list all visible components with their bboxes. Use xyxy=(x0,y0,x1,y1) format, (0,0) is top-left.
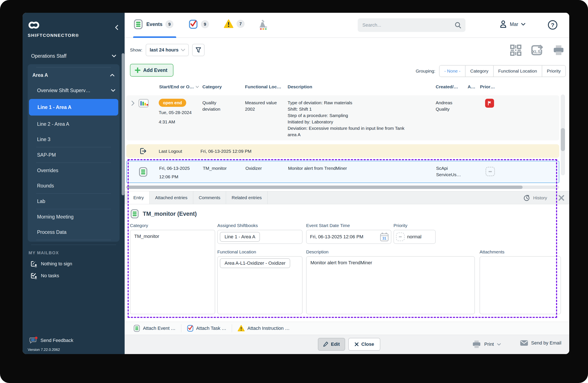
event-row-quality-deviation[interactable]: open end Tue, 05-28-2024 4:31 AM Quality… xyxy=(126,95,559,140)
chevron-down-icon xyxy=(111,54,117,58)
description-field[interactable]: Monitor alert from TrendMiner xyxy=(306,256,475,314)
tab-entry[interactable]: Entry xyxy=(128,191,149,204)
attachments-field[interactable] xyxy=(480,256,561,314)
edit-button[interactable]: Edit xyxy=(318,338,345,351)
row-category: Quality deviation xyxy=(202,100,230,112)
filter-button[interactable] xyxy=(192,44,205,56)
grouping-option-category[interactable]: Category xyxy=(465,66,493,77)
history-button[interactable]: History xyxy=(523,191,547,205)
column-header-start-end[interactable]: Start/End or O… xyxy=(159,84,199,89)
column-header-functional-location[interactable]: Functional Loc… xyxy=(245,84,281,89)
user-menu[interactable]: Mar xyxy=(499,20,525,29)
sidebar-item-line3[interactable]: Line 3 xyxy=(28,132,120,147)
show-range-dropdown[interactable]: last 24 hours xyxy=(146,44,189,56)
calendar-icon[interactable]: 31 xyxy=(380,232,389,242)
search-icon[interactable] xyxy=(454,21,462,29)
main-content: Events 9 9 7 xyxy=(125,13,569,354)
attach-task-button[interactable]: Attach Task … xyxy=(187,325,226,332)
divider xyxy=(36,147,111,147)
divider xyxy=(181,324,181,332)
feedback-bubble-icon xyxy=(29,337,38,344)
row-time: 12:06 PM xyxy=(159,174,178,180)
print-button[interactable]: Print xyxy=(472,340,501,348)
tab-plant[interactable] xyxy=(258,19,268,30)
horizontal-scrollbar-thumb[interactable] xyxy=(126,186,523,189)
priority-value: normal xyxy=(407,234,421,240)
grouping-option-functional-location[interactable]: Functional Location xyxy=(494,66,542,77)
table-header: Start/End or O… Category Functional Loc…… xyxy=(126,83,561,92)
top-tab-bar: Events 9 9 7 xyxy=(125,13,569,38)
sidebar-item-process-data[interactable]: Process Data xyxy=(28,225,120,240)
grouping-segmented-buttons: - None - Category Functional Location Pr… xyxy=(439,65,566,77)
tab-related-entries[interactable]: Related entries xyxy=(226,191,267,204)
sidebar-item-rounds[interactable]: Rounds xyxy=(28,178,120,193)
mailbox-item-nothing-to-sign[interactable]: Nothing to sign xyxy=(28,260,120,267)
grouping-option-none[interactable]: - None - xyxy=(440,66,465,77)
shiftbook-chip[interactable]: Line 1 - Area A xyxy=(220,232,260,242)
divider xyxy=(36,163,111,163)
tab-tasks[interactable]: 9 xyxy=(189,19,209,29)
column-header-created[interactable]: Created/… xyxy=(436,84,458,89)
column-header-attachments[interactable]: A… xyxy=(468,84,475,89)
sidebar-item-line1-area-a[interactable]: Line 1 - Area A xyxy=(29,99,118,115)
sidebar-group-operations-staff[interactable]: Operations Staff xyxy=(28,50,120,62)
sidebar-collapse-icon[interactable] xyxy=(114,24,120,31)
attach-toolbar: Attach Event … Attach Task … Attach Inst… xyxy=(125,322,569,335)
user-name: Mar xyxy=(510,21,518,27)
events-list-icon xyxy=(138,167,148,177)
measurement-chart-icon xyxy=(138,99,149,108)
tab-attached-entries[interactable]: Attached entries xyxy=(149,191,193,204)
tab-events[interactable]: Events 9 xyxy=(133,19,173,29)
sidebar-item-overrides[interactable]: Overrides xyxy=(28,163,120,178)
description-value: Monitor alert from TrendMiner xyxy=(310,260,474,266)
mailbox-item-no-tasks[interactable]: No tasks xyxy=(28,272,120,279)
vertical-scrollbar-thumb[interactable] xyxy=(561,128,565,151)
description-label: Description xyxy=(306,249,329,254)
vertical-scrollbar[interactable] xyxy=(561,95,565,175)
app-window: SHIFTCONNECTOR® Operations Staff Area A … xyxy=(22,13,569,354)
detail-action-bar: Edit Close Print Send by Em xyxy=(125,335,569,354)
sidebar-item-line2-area-a[interactable]: Line 2 - Area A xyxy=(28,116,120,132)
sidebar-item-morning-meeting[interactable]: Morning Meeting xyxy=(28,209,120,225)
horizontal-scrollbar[interactable] xyxy=(126,186,559,189)
priority-field[interactable]: normal xyxy=(394,230,436,244)
close-button[interactable]: Close xyxy=(348,338,380,351)
category-field[interactable]: TM_monitor xyxy=(130,230,215,314)
row-created-by: ScApi ServiceUs… xyxy=(436,165,465,178)
help-button[interactable]: ? xyxy=(547,19,558,31)
close-detail-icon[interactable] xyxy=(558,194,565,202)
column-header-priority[interactable]: Prior… xyxy=(480,84,495,89)
sidebar-item-lab[interactable]: Lab xyxy=(28,194,120,209)
print-icon[interactable] xyxy=(553,45,565,56)
sidebar-item-overview-shift-supervisor[interactable]: Overview Shift Superv… xyxy=(28,83,120,98)
shiftbooks-field[interactable]: Line 1 - Area A xyxy=(217,230,302,244)
sidebar-scrollbar[interactable] xyxy=(122,53,125,195)
row-functional-location: Measured value 2002 xyxy=(245,100,281,112)
start-datetime-field[interactable]: Fri, 06-13-2025 12:06 PM 31 xyxy=(306,230,391,244)
send-by-email-button[interactable]: Send by Email xyxy=(520,340,561,346)
functional-location-field[interactable]: Area A-L1-Oxidizer - Oxidizer xyxy=(217,256,302,314)
sidebar-item-sap-pm[interactable]: SAP-PM xyxy=(28,147,120,163)
event-row-tm-monitor-selected[interactable]: Fri, 06-13-2025 12:06 PM TM_monitor Oxid… xyxy=(126,161,559,183)
tab-comments[interactable]: Comments xyxy=(193,191,226,204)
column-header-description[interactable]: Description xyxy=(288,84,312,89)
search-input[interactable] xyxy=(362,22,454,28)
xls-export-icon[interactable]: XLS xyxy=(530,44,544,56)
attach-instruction-button[interactable]: Attach Instruction … xyxy=(237,325,290,332)
show-range-value: last 24 hours xyxy=(149,47,179,53)
tab-warnings[interactable]: 7 xyxy=(224,19,245,29)
grouping-option-priority[interactable]: Priority xyxy=(542,66,566,77)
attach-event-button[interactable]: Attach Event … xyxy=(133,325,176,332)
area-label: Area A xyxy=(32,72,48,78)
sidebar-item-area-a[interactable]: Area A xyxy=(28,67,120,83)
search-box xyxy=(358,18,465,32)
column-header-category[interactable]: Category xyxy=(202,84,222,89)
attach-instruction-label: Attach Instruction … xyxy=(247,326,290,331)
priority-flag-icon xyxy=(485,99,494,108)
functional-location-chip[interactable]: Area A-L1-Oxidizer - Oxidizer xyxy=(220,258,290,268)
logout-icon xyxy=(139,147,147,155)
add-event-button[interactable]: Add Event xyxy=(130,64,173,77)
row-expander-icon[interactable] xyxy=(131,100,135,106)
send-feedback-button[interactable]: Send Feedback xyxy=(28,337,120,344)
qr-code-icon[interactable] xyxy=(510,44,522,56)
